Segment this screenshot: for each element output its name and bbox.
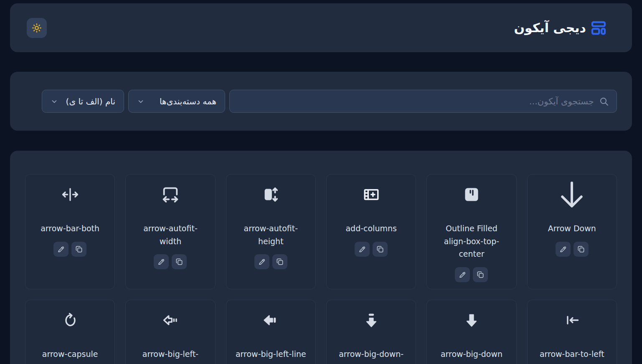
- icon-name: arrow-autofit-height: [233, 222, 308, 248]
- icon-card: arrow-autofit-width: [125, 174, 215, 289]
- app-logo-icon: [590, 20, 607, 36]
- pencil-icon: [458, 270, 467, 279]
- copy-button[interactable]: [172, 254, 187, 269]
- icon-preview: [363, 179, 380, 210]
- icon-name: arrow-big-left-: [142, 348, 198, 361]
- copy-icon: [175, 258, 183, 266]
- icon-grid: arrow-bar-both arrow-autofit-width: [25, 174, 617, 364]
- card-actions: [556, 242, 589, 257]
- icon-card: arrow-bar-both: [25, 174, 115, 289]
- card-actions: [254, 254, 287, 269]
- icon-name: arrow-bar-to-left: [540, 348, 604, 361]
- icon-card: arrow-capsule: [25, 300, 115, 364]
- copy-icon: [276, 258, 284, 266]
- copy-button[interactable]: [373, 242, 388, 257]
- edit-button[interactable]: [53, 242, 69, 257]
- edit-button[interactable]: [455, 267, 470, 282]
- icon-preview: [61, 179, 79, 210]
- icon-name: Outline Filled align-box-top-center: [434, 222, 509, 260]
- search-box: [229, 90, 617, 113]
- sort-select[interactable]: نام (الف تا ی): [42, 90, 124, 113]
- arrow-bar-both-icon: [61, 185, 79, 204]
- search-icon: [599, 96, 609, 106]
- copy-icon: [476, 270, 485, 279]
- edit-button[interactable]: [556, 242, 571, 257]
- icon-name: arrow-big-down-: [339, 348, 403, 361]
- copy-button[interactable]: [473, 267, 488, 282]
- pencil-icon: [258, 258, 266, 266]
- icon-grid-panel: arrow-bar-both arrow-autofit-width: [10, 151, 632, 364]
- icon-preview: [462, 179, 481, 210]
- icon-card: arrow-big-left-: [125, 300, 215, 364]
- chevron-down-icon: [137, 98, 145, 105]
- pencil-icon: [157, 258, 165, 266]
- arrow-big-left-line-icon: [262, 311, 279, 329]
- card-actions: [355, 242, 388, 257]
- icon-preview: [261, 179, 280, 210]
- copy-icon: [376, 245, 384, 253]
- copy-icon: [75, 245, 83, 253]
- icon-preview: [554, 179, 589, 210]
- arrow-big-left-lines-icon: [162, 311, 179, 329]
- icon-name: arrow-autofit-width: [133, 222, 208, 248]
- copy-button[interactable]: [71, 242, 86, 257]
- arrow-big-down-line-icon: [363, 311, 380, 329]
- arrow-autofit-width-icon: [161, 185, 180, 204]
- icon-name: arrow-big-down: [441, 348, 502, 361]
- page-title: دیجی آیکون: [514, 20, 586, 35]
- brand: دیجی آیکون: [514, 20, 607, 36]
- app-header: دیجی آیکون: [10, 3, 632, 52]
- card-actions: [53, 242, 86, 257]
- category-select[interactable]: همه دسته‌بندی‌ها: [128, 90, 225, 113]
- pencil-icon: [559, 245, 567, 253]
- card-actions: [455, 267, 488, 282]
- icon-preview: [463, 305, 480, 335]
- icon-name: add-columns: [345, 222, 396, 235]
- icon-preview: [161, 179, 180, 210]
- icon-card: Outline Filled align-box-top-center: [426, 174, 516, 289]
- icon-card: arrow-big-down-: [326, 300, 416, 364]
- arrow-down-icon: [554, 177, 589, 212]
- icon-card: arrow-big-left-line: [226, 300, 316, 364]
- add-columns-icon: [363, 186, 380, 203]
- search-input[interactable]: [237, 96, 594, 106]
- card-actions: [154, 254, 187, 269]
- icon-card: add-columns: [326, 174, 416, 289]
- icon-card: arrow-bar-to-left: [527, 300, 617, 364]
- icon-preview: [563, 305, 581, 335]
- copy-button[interactable]: [272, 254, 287, 269]
- pencil-icon: [358, 245, 366, 253]
- icon-name: arrow-capsule: [42, 348, 98, 361]
- sort-select-value: نام (الف تا ی): [66, 96, 115, 106]
- edit-button[interactable]: [154, 254, 169, 269]
- copy-button[interactable]: [573, 242, 589, 257]
- copy-icon: [577, 245, 585, 253]
- chevron-down-icon: [51, 98, 58, 105]
- pencil-icon: [57, 245, 65, 253]
- arrow-bar-to-left-icon: [563, 311, 581, 329]
- theme-toggle-button[interactable]: [27, 18, 47, 38]
- edit-button[interactable]: [254, 254, 269, 269]
- arrow-autofit-height-icon: [261, 185, 280, 204]
- icon-card: Arrow Down: [527, 174, 617, 289]
- arrow-capsule-icon: [61, 311, 79, 329]
- icon-preview: [162, 305, 179, 335]
- icon-preview: [262, 305, 279, 335]
- icon-card: arrow-autofit-height: [226, 174, 316, 289]
- arrow-big-down-icon: [463, 311, 480, 329]
- edit-button[interactable]: [355, 242, 370, 257]
- icon-preview: [61, 305, 79, 335]
- category-select-value: همه دسته‌بندی‌ها: [160, 96, 216, 106]
- sun-icon: [31, 22, 43, 34]
- icon-name: arrow-big-left-line: [236, 348, 306, 361]
- align-box-top-center-icon: [462, 185, 481, 204]
- icon-preview: [363, 305, 380, 335]
- icon-name: arrow-bar-both: [41, 222, 99, 235]
- icon-card: arrow-big-down: [426, 300, 516, 364]
- icon-name: Arrow Down: [548, 222, 596, 235]
- filter-bar: همه دسته‌بندی‌ها نام (الف تا ی): [10, 72, 632, 131]
